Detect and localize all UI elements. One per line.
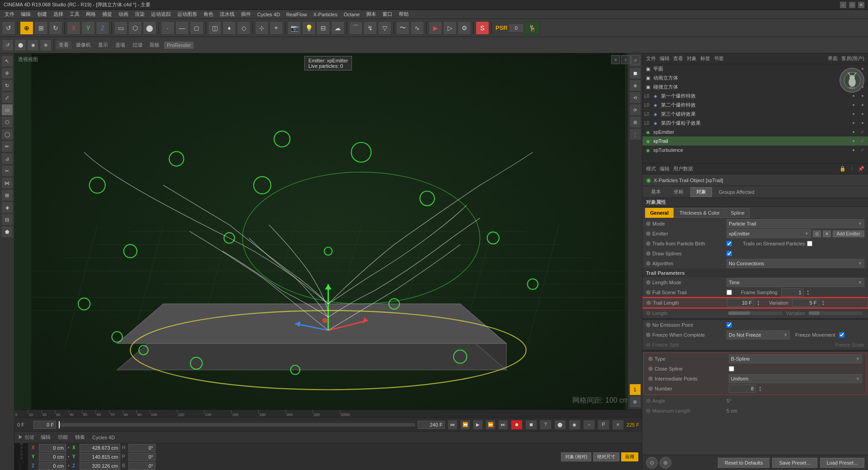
prop-tb-check[interactable] [726,241,732,246]
tb2-1[interactable]: ↺ [2,39,14,51]
tool-bevel[interactable]: ◈ [1,202,13,213]
num-up[interactable]: ▲ [759,385,762,389]
tree-vis-fx4[interactable]: ● [850,119,857,127]
menu-select[interactable]: 选择 [51,10,66,18]
vp-ctrl-1[interactable]: + [611,55,620,64]
props-icon-pin[interactable]: 📌 [858,166,864,172]
bottom-tab-2[interactable]: 功能 [55,433,71,441]
footer-icon-2[interactable]: ⊕ [660,457,671,469]
menu-script[interactable]: 脚本 [363,10,379,18]
tb2-3[interactable]: ◉ [27,39,39,51]
vpr-5[interactable]: ⟳ [629,104,641,116]
tb-sculpt[interactable]: ♦ [222,21,236,35]
tb-render-vp[interactable]: ▷ [443,21,457,35]
vpr-6[interactable]: ⊞ [629,116,641,128]
scene-tab-file[interactable]: 文件 [646,55,656,62]
rtab-interface[interactable]: 界面 [828,55,838,62]
tl-more[interactable]: ≡ [612,420,624,430]
tl-prev[interactable]: ⏪ [460,420,470,430]
props-icon-dots[interactable]: ⋮ [849,166,854,172]
scene-tab-edit[interactable]: 编辑 [660,55,670,62]
view-tab-disp[interactable]: 显示 [95,41,111,49]
tb-move[interactable]: ⊕ [20,21,33,35]
prop-var-input[interactable] [792,299,819,307]
minimize-button[interactable]: − [840,2,846,8]
tool-scale[interactable]: ⤢ [1,92,13,103]
menu-create[interactable]: 创建 [34,10,50,18]
tree-vis2-xpturb[interactable]: ✓ [859,146,866,154]
fsampl-down[interactable]: ▼ [807,292,810,296]
tree-item-xpemitter[interactable]: ◉ xpEmitter ● ✓ [642,127,868,136]
prop-ts-check[interactable] [807,241,812,246]
props-icon-lock[interactable]: 🔒 [840,166,846,172]
tree-vis2-xptrail[interactable]: ✓ [859,137,866,145]
reset-defaults-button[interactable]: Reset to Defaults [718,458,769,468]
menu-tools[interactable]: 工具 [67,10,82,18]
tree-vis2-fx2[interactable]: ● [859,101,866,108]
view-tab-filt[interactable]: 过滤 [130,41,145,49]
sub-tab-spline[interactable]: Spline [726,208,750,218]
tb-snap[interactable]: ⊹ [255,21,269,35]
tb-render[interactable]: ▶ [429,21,442,35]
tree-item-animcube[interactable]: ▣ 动画立方体 ● ● [642,73,868,82]
vpr-2[interactable]: 🔲 [629,67,641,79]
tool-sel1[interactable]: ▭ [1,104,13,116]
tool-arrow[interactable]: ↖ [1,55,13,67]
tree-item-fx3[interactable]: L0 ◈ 第三个破碎效果 ● ● [642,109,868,118]
view-tab-sel[interactable]: 选项 [113,41,128,49]
view-tab-prorender[interactable]: ProRender [164,42,193,49]
coord-x-input[interactable] [39,444,66,452]
save-preset-button[interactable]: Save Preset... [772,458,817,468]
view-tab-panel[interactable]: 面板 [147,41,162,49]
prop-tl-input[interactable] [727,299,754,307]
tl-xp1[interactable]: ⬤ [554,420,566,430]
props-tab-basic[interactable]: 基本 [645,187,667,197]
prop-ds-check[interactable] [726,251,732,256]
tb-select-poly[interactable]: ⬡ [128,21,142,35]
tool-extrude[interactable]: ⊞ [1,189,13,201]
vpr-7[interactable]: ⋮ [629,128,641,140]
tl-end-input[interactable] [418,421,445,429]
prop-emitter-dropdown[interactable]: xpEmitter ▼ [726,229,811,238]
tb-xp1[interactable]: S [476,21,489,35]
num-down[interactable]: ▼ [759,389,762,392]
tool-rotate[interactable]: ↻ [1,80,13,91]
tb-poly[interactable]: ◻ [190,21,203,35]
tb-sky[interactable]: ☁ [331,21,344,35]
scene-tab-view[interactable]: 查看 [673,55,683,62]
prop-algo-dropdown[interactable]: No Connections ▼ [726,259,864,268]
prop-type-dropdown[interactable]: B-Spline ▼ [729,354,862,363]
tb-uv[interactable]: ◇ [237,21,250,35]
footer-icon-1[interactable]: ⊙ [646,457,658,469]
menu-help[interactable]: 帮助 [396,10,411,18]
vp-ctrl-2[interactable]: ÷ [621,55,630,64]
tb-taper[interactable]: ▽ [378,21,392,35]
coord-sy-input[interactable] [80,453,120,461]
prop-fm-check[interactable] [839,332,844,338]
tl-frame-input[interactable] [33,421,56,429]
tree-item-fx2[interactable]: L0 ◈ 第二个爆炸特效 ● ● [642,100,868,109]
bottom-tab-1[interactable]: 编辑 [38,433,53,441]
menu-anim[interactable]: 动画 [116,10,131,18]
coord-sz-input[interactable] [80,462,120,470]
tl-play[interactable]: ▶ [473,420,483,430]
coord-mode2[interactable]: 绝对尺寸 [593,452,619,461]
menu-snap[interactable]: 捕捉 [99,10,115,18]
load-preset-button[interactable]: Load Preset... [820,458,865,468]
tl-xp3[interactable]: ○ [583,420,595,430]
tool-knife[interactable]: ✂ [1,165,13,177]
tree-vis2-xpemitter[interactable]: ✓ [859,128,866,136]
scene-tab-tag[interactable]: 标签 [700,55,710,62]
tb-bezier[interactable]: ∿ [410,21,424,35]
tool-bridge[interactable]: ⋈ [1,177,13,189]
tb-z[interactable]: Z [96,21,109,35]
prop-ip-dropdown[interactable]: Uniform ▼ [729,374,862,383]
tree-vis-fx2[interactable]: ● [850,101,857,108]
tb-select-paint[interactable]: ⬤ [143,21,156,35]
tb-bend[interactable]: ⌒ [349,21,363,35]
maximize-button[interactable]: □ [849,2,855,8]
sub-tab-general[interactable]: General [645,208,674,218]
close-button[interactable]: ✕ [858,2,864,8]
coord-b-input[interactable] [128,462,156,470]
tree-vis-xpemitter[interactable]: ● [850,128,857,136]
